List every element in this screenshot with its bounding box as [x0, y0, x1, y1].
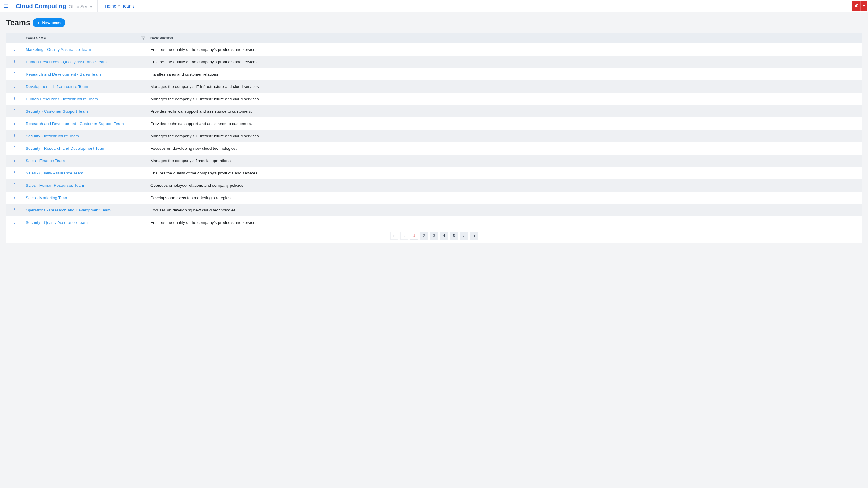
caret-down-icon — [863, 5, 865, 7]
team-link[interactable]: Sales - Marketing Team — [26, 195, 68, 200]
more-vertical-icon — [13, 84, 17, 89]
row-menu-button[interactable] — [13, 195, 17, 201]
row-menu-button[interactable] — [13, 59, 17, 65]
filter-icon[interactable] — [141, 36, 145, 40]
svg-point-38 — [14, 172, 15, 173]
svg-point-27 — [14, 124, 15, 125]
row-menu-button[interactable] — [13, 145, 17, 151]
header-description[interactable]: Description — [148, 33, 862, 43]
team-link[interactable]: Security - Quality Assurance Team — [26, 220, 88, 225]
svg-point-43 — [14, 196, 15, 196]
team-link[interactable]: Sales - Quality Assurance Team — [26, 171, 83, 175]
page-next-button[interactable] — [460, 232, 468, 240]
team-name-cell: Human Resources - Quality Assurance Team — [23, 56, 148, 68]
svg-point-34 — [14, 159, 15, 159]
menu-toggle-button[interactable] — [0, 0, 11, 12]
page-number-button[interactable]: 1 — [410, 232, 418, 240]
description-text: Ensures the quality of the company's pro… — [150, 47, 258, 52]
team-name-cell: Security - Quality Assurance Team — [23, 216, 148, 229]
page-number-button[interactable]: 3 — [430, 232, 438, 240]
row-menu-button[interactable] — [13, 108, 17, 114]
team-link[interactable]: Security - Research and Development Team — [26, 146, 105, 151]
page-number-button[interactable]: 4 — [440, 232, 448, 240]
description-text: Oversees employee relations and company … — [150, 183, 244, 188]
row-menu-button[interactable] — [13, 170, 17, 176]
row-actions-cell — [6, 142, 23, 155]
table-row: Marketing - Quality Assurance Team Ensur… — [6, 43, 862, 56]
row-actions-cell — [6, 80, 23, 93]
svg-point-9 — [14, 50, 15, 51]
header-actions — [6, 33, 23, 43]
page-last-button[interactable] — [470, 232, 478, 240]
row-menu-button[interactable] — [13, 84, 17, 90]
row-menu-button[interactable] — [13, 220, 17, 225]
svg-point-37 — [14, 171, 15, 172]
svg-point-49 — [14, 221, 15, 221]
team-link[interactable]: Security - Infrastructure Team — [26, 134, 79, 138]
teams-table: Team Name Description Marketing - Qualit… — [6, 33, 862, 243]
svg-point-18 — [14, 87, 15, 88]
description-text: Focuses on developing new cloud technolo… — [150, 208, 237, 213]
svg-point-29 — [14, 135, 15, 136]
description-text: Focuses on developing new cloud technolo… — [150, 146, 237, 151]
team-link[interactable]: Development - Infrastructure Team — [26, 84, 88, 89]
row-menu-button[interactable] — [13, 183, 17, 188]
more-vertical-icon — [13, 108, 17, 113]
more-vertical-icon — [13, 207, 17, 212]
header-team-name-label: Team Name — [26, 36, 46, 40]
description-text: Manages the company's IT infrastructure … — [150, 134, 260, 138]
svg-point-11 — [14, 61, 15, 62]
team-name-cell: Sales - Human Resources Team — [23, 179, 148, 192]
description-cell: Focuses on developing new cloud technolo… — [148, 204, 862, 216]
team-link[interactable]: Operations - Research and Development Te… — [26, 208, 111, 213]
team-name-cell: Sales - Marketing Team — [23, 192, 148, 204]
topbar-actions — [852, 1, 867, 11]
row-menu-button[interactable] — [13, 47, 17, 53]
team-link[interactable]: Security - Customer Support Team — [26, 109, 88, 113]
row-menu-button[interactable] — [13, 158, 17, 164]
description-cell: Ensures the quality of the company's pro… — [148, 56, 862, 68]
team-link[interactable]: Human Resources - Infrastructure Team — [26, 97, 98, 101]
table-row: Sales - Marketing Team Develops and exec… — [6, 192, 862, 204]
row-menu-button[interactable] — [13, 96, 17, 102]
team-link[interactable]: Research and Development - Customer Supp… — [26, 121, 124, 126]
team-link[interactable]: Sales - Finance Team — [26, 158, 65, 163]
row-actions-cell — [6, 56, 23, 68]
table-row: Development - Infrastructure Team Manage… — [6, 80, 862, 93]
svg-point-42 — [14, 186, 15, 187]
breadcrumb-home-link[interactable]: Home — [105, 4, 116, 8]
brand: Cloud Computing OfficeSeries — [11, 0, 98, 12]
row-menu-button[interactable] — [13, 71, 17, 77]
page-number-button[interactable]: 2 — [420, 232, 428, 240]
svg-point-40 — [14, 184, 15, 184]
page-prev-button — [400, 232, 408, 240]
description-cell: Manages the company's financial operatio… — [148, 155, 862, 167]
notifications-button[interactable] — [852, 1, 861, 11]
row-menu-button[interactable] — [13, 133, 17, 139]
team-link[interactable]: Research and Development - Sales Team — [26, 72, 101, 76]
team-name-cell: Sales - Quality Assurance Team — [23, 167, 148, 179]
plus-icon — [36, 21, 40, 25]
description-cell: Focuses on developing new cloud technolo… — [148, 142, 862, 155]
table-row: Research and Development - Sales Team Ha… — [6, 68, 862, 80]
svg-marker-6 — [142, 37, 145, 40]
row-actions-cell — [6, 167, 23, 179]
team-link[interactable]: Sales - Human Resources Team — [26, 183, 84, 188]
header-team-name[interactable]: Team Name — [23, 33, 148, 43]
team-name-cell: Operations - Research and Development Te… — [23, 204, 148, 216]
row-menu-button[interactable] — [13, 121, 17, 127]
svg-point-12 — [14, 62, 15, 63]
table-row: Operations - Research and Development Te… — [6, 204, 862, 216]
row-menu-button[interactable] — [13, 207, 17, 213]
more-vertical-icon — [13, 183, 17, 187]
more-vertical-icon — [13, 121, 17, 126]
team-link[interactable]: Human Resources - Quality Assurance Team — [26, 60, 107, 64]
team-name-cell: Research and Development - Customer Supp… — [23, 118, 148, 130]
page-number-button[interactable]: 5 — [450, 232, 458, 240]
team-link[interactable]: Marketing - Quality Assurance Team — [26, 47, 91, 52]
new-team-button[interactable]: New team — [33, 19, 65, 27]
svg-point-26 — [14, 123, 15, 124]
more-vertical-icon — [13, 170, 17, 175]
more-vertical-icon — [13, 158, 17, 163]
notifications-dropdown-button[interactable] — [861, 1, 867, 11]
